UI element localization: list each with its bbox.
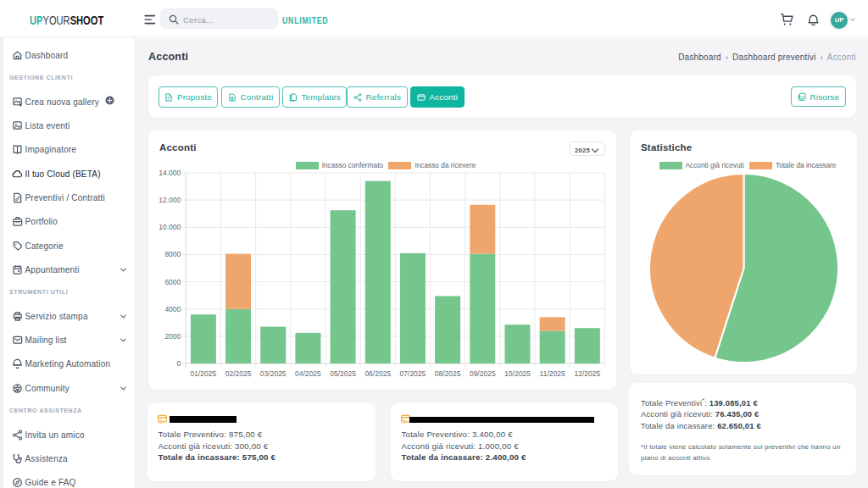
svg-text:04/2025: 04/2025: [295, 369, 321, 378]
svg-text:08/2025: 08/2025: [435, 369, 461, 378]
svg-text:12.000: 12.000: [159, 196, 181, 204]
svg-text:03/2025: 03/2025: [260, 369, 287, 378]
svg-text:8000: 8000: [164, 250, 181, 258]
svg-text:05/2025: 05/2025: [330, 369, 356, 378]
svg-text:4000: 4000: [164, 305, 181, 313]
svg-text:09/2025: 09/2025: [470, 369, 496, 378]
svg-text:11/2025: 11/2025: [540, 369, 565, 378]
svg-text:2000: 2000: [164, 332, 181, 341]
svg-text:6000: 6000: [164, 278, 181, 286]
svg-text:10.000: 10.000: [159, 223, 181, 231]
svg-text:07/2025: 07/2025: [400, 369, 426, 378]
svg-text:10/2025: 10/2025: [504, 369, 531, 378]
svg-text:02/2025: 02/2025: [225, 369, 252, 378]
svg-text:0: 0: [177, 359, 181, 368]
svg-text:12/2025: 12/2025: [574, 369, 600, 378]
svg-text:14.000: 14.000: [159, 169, 181, 177]
svg-text:01/2025: 01/2025: [191, 369, 217, 378]
svg-text:06/2025: 06/2025: [364, 369, 391, 378]
